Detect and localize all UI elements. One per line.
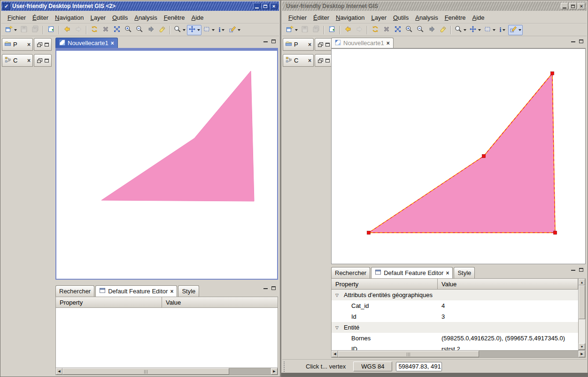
- menu-analysis[interactable]: Analysis: [412, 13, 441, 22]
- stop-render-button[interactable]: [100, 25, 111, 35]
- column-property[interactable]: Property: [55, 297, 162, 308]
- column-property[interactable]: Property: [331, 278, 438, 290]
- maximize-button[interactable]: [262, 3, 269, 9]
- zoom-tool-button[interactable]: [453, 25, 468, 35]
- maximize-button[interactable]: [569, 3, 577, 9]
- minimize-panel-icon[interactable]: [263, 287, 268, 289]
- zoom-out-button[interactable]: [415, 25, 426, 35]
- menu-aide[interactable]: Aide: [188, 13, 207, 22]
- scroll-right-icon[interactable]: ▶: [579, 351, 585, 357]
- scrollbar-thumb[interactable]: [579, 285, 585, 319]
- vertical-scrollbar[interactable]: ▲ ▼: [578, 278, 586, 350]
- chevron-down-icon[interactable]: [493, 29, 495, 31]
- maximize-panel-icon[interactable]: [579, 39, 583, 43]
- close-icon[interactable]: ×: [170, 289, 173, 294]
- maximize-icon[interactable]: [45, 59, 49, 63]
- pan-tool-button[interactable]: [468, 25, 482, 35]
- expander-open-icon[interactable]: ▽: [335, 293, 339, 298]
- menu-fenetre[interactable]: Fenêtre: [161, 13, 188, 22]
- select-tool-button[interactable]: [201, 25, 216, 35]
- scroll-right-icon[interactable]: ▶: [271, 368, 278, 375]
- table-row[interactable]: IDrstrst 2: [332, 344, 578, 350]
- close-icon[interactable]: ×: [111, 40, 114, 46]
- menu-editer[interactable]: Éditer: [310, 13, 333, 22]
- table-row[interactable]: Bornes(598255.0,4916225.0), (599657.5,49…: [332, 333, 578, 344]
- menu-aide[interactable]: Aide: [469, 13, 487, 22]
- menu-editer[interactable]: Éditer: [29, 13, 52, 22]
- tab-projects[interactable]: P ×: [283, 38, 314, 51]
- menu-fenetre[interactable]: Fenêtre: [441, 13, 469, 22]
- value-cell[interactable]: 4: [438, 302, 578, 309]
- tab-projects[interactable]: P ×: [2, 38, 33, 51]
- horizontal-scrollbar[interactable]: ◀ ▶: [55, 368, 278, 375]
- restore-icon[interactable]: [37, 58, 42, 63]
- tab-rechercher[interactable]: Rechercher: [55, 285, 94, 297]
- value-cell[interactable]: 3: [438, 313, 578, 320]
- refresh-button[interactable]: [370, 25, 381, 35]
- minimize-button[interactable]: [253, 3, 261, 9]
- select-tool-button[interactable]: [482, 25, 497, 35]
- value-cell[interactable]: (598255.0,4916225.0), (599657.5,4917345.…: [438, 335, 578, 342]
- pan-tool-button[interactable]: [187, 25, 201, 35]
- maximize-panel-icon[interactable]: [271, 39, 276, 43]
- map-canvas[interactable]: [331, 48, 586, 264]
- chevron-down-icon[interactable]: [14, 29, 17, 31]
- titlebar-left[interactable]: ✓ User-friendly Desktop Internet GIS <2>…: [1, 1, 279, 11]
- close-button[interactable]: ×: [270, 3, 278, 9]
- maximize-icon[interactable]: [325, 59, 330, 63]
- maximize-icon[interactable]: [325, 43, 330, 47]
- chevron-down-icon[interactable]: [222, 29, 224, 31]
- refresh-button[interactable]: [89, 25, 100, 35]
- table-row[interactable]: Cat_id4: [332, 300, 578, 311]
- tab-catalog[interactable]: C ×: [2, 54, 33, 67]
- menu-fichier[interactable]: Fichier: [285, 13, 310, 22]
- horizontal-scrollbar[interactable]: ◀ ▶: [331, 350, 586, 358]
- maximize-panel-icon[interactable]: [579, 268, 583, 272]
- value-cell[interactable]: rstrst 2: [438, 346, 578, 350]
- crs-button[interactable]: WGS 84: [353, 361, 392, 371]
- chevron-down-icon[interactable]: [212, 29, 215, 31]
- commit-button[interactable]: [426, 25, 437, 35]
- statusbar-grip[interactable]: [284, 361, 285, 372]
- restore-icon[interactable]: [318, 42, 323, 47]
- close-icon[interactable]: ×: [387, 40, 390, 46]
- coordinate-field[interactable]: 598497.83, 491: [396, 362, 442, 371]
- zoom-extent-button[interactable]: [111, 25, 123, 35]
- close-icon[interactable]: ×: [446, 270, 449, 276]
- close-icon[interactable]: ×: [308, 42, 311, 47]
- edit-tool-button[interactable]: [227, 25, 242, 35]
- info-tool-button[interactable]: i: [497, 25, 508, 35]
- minimize-panel-icon[interactable]: [571, 40, 575, 42]
- close-icon[interactable]: ×: [308, 58, 311, 63]
- zoom-extent-button[interactable]: [392, 25, 403, 35]
- tab-map-nouvellecarte1[interactable]: Nouvellecarte1 ×: [331, 38, 394, 48]
- tab-catalog[interactable]: C ×: [283, 54, 314, 67]
- info-tool-button[interactable]: i: [216, 25, 227, 35]
- zoom-in-button[interactable]: [123, 25, 134, 35]
- scrollbar-thumb[interactable]: [62, 368, 229, 375]
- chevron-down-icon[interactable]: [478, 29, 481, 31]
- table-row[interactable]: Id3: [332, 311, 578, 322]
- maximize-icon[interactable]: [45, 43, 49, 47]
- menu-navigation[interactable]: Navigation: [52, 13, 87, 22]
- back-button[interactable]: [62, 25, 73, 35]
- menu-analysis[interactable]: Analysis: [131, 13, 160, 22]
- scroll-down-icon[interactable]: ▼: [579, 343, 585, 350]
- category-row[interactable]: ▽Attributs d'entités géographiques: [332, 290, 578, 300]
- back-button[interactable]: [342, 25, 354, 35]
- menu-fichier[interactable]: Fichier: [4, 13, 29, 22]
- tab-style[interactable]: Style: [454, 267, 475, 278]
- commit-button[interactable]: [145, 25, 156, 35]
- new-wizard-button[interactable]: [285, 25, 299, 35]
- new-map-button[interactable]: [326, 25, 338, 35]
- minimize-panel-icon[interactable]: [571, 269, 575, 271]
- chevron-down-icon[interactable]: [197, 29, 200, 31]
- close-icon[interactable]: ×: [27, 58, 31, 63]
- chevron-down-icon[interactable]: [295, 29, 298, 31]
- tab-default-feature-editor[interactable]: Default Feature Editor ×: [371, 267, 453, 278]
- scroll-left-icon[interactable]: ◀: [56, 368, 62, 375]
- tab-map-nouvellecarte1[interactable]: Nouvellecarte1 ×: [55, 38, 118, 48]
- maximize-panel-icon[interactable]: [271, 286, 276, 290]
- chevron-down-icon[interactable]: [518, 29, 521, 31]
- scroll-up-icon[interactable]: ▲: [579, 279, 585, 285]
